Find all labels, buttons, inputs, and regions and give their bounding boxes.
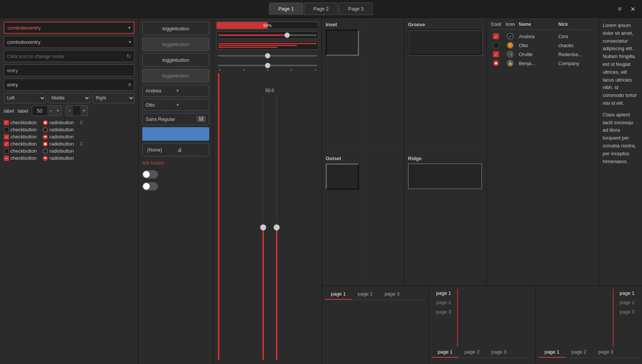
- togglebutton-3[interactable]: togglebutton: [142, 53, 209, 67]
- radio4-btn[interactable]: [43, 141, 48, 147]
- tab3-bottom-page3[interactable]: page 3: [592, 347, 619, 358]
- radio5-btn[interactable]: [43, 149, 48, 154]
- tree-row-3[interactable]: ✓ ☽ Orville Redenba...: [490, 50, 595, 59]
- tab2-left-page1[interactable]: page 1: [432, 289, 456, 297]
- tree-check-1[interactable]: ✓: [493, 33, 499, 39]
- radio6-btn[interactable]: [43, 156, 48, 161]
- tree-cool-3[interactable]: ✓: [490, 51, 502, 57]
- check3[interactable]: − checkbutton: [4, 134, 37, 140]
- check6-box[interactable]: −: [4, 156, 9, 161]
- spinner-input[interactable]: [32, 108, 47, 114]
- tree-radio-4[interactable]: [493, 60, 499, 66]
- search-entry[interactable]: ↻: [4, 50, 134, 62]
- combo-red-arrow[interactable]: ▼: [125, 26, 134, 30]
- radio3-btn[interactable]: [43, 134, 48, 140]
- tab3-right-page3[interactable]: page 3: [615, 308, 639, 316]
- combo-plain-arrow[interactable]: ▼: [126, 40, 134, 44]
- tab2-bottom-page1[interactable]: page 1: [432, 347, 459, 358]
- tree-cool-4[interactable]: [490, 60, 502, 66]
- check4[interactable]: ✓ checkbutton: [4, 141, 37, 147]
- tab3-right-page1[interactable]: page 1: [615, 289, 639, 297]
- menu-button[interactable]: ≡: [615, 4, 624, 14]
- radio5[interactable]: radiobutton: [43, 148, 74, 154]
- check1[interactable]: ✓ checkbutton: [4, 120, 37, 125]
- tab2-left-page2[interactable]: page 2: [432, 298, 456, 307]
- combo-entry-plain[interactable]: ▼: [4, 36, 134, 48]
- dropdown-andrea-arrow[interactable]: ▼: [176, 89, 206, 93]
- tree-row-2[interactable]: ! Otto chaotic: [490, 41, 595, 50]
- tab3-bottom-page1[interactable]: page 1: [539, 347, 566, 358]
- dropdown-andrea[interactable]: Andrea ▼: [142, 85, 209, 97]
- combo-red-input[interactable]: [4, 25, 125, 31]
- tab1-page1[interactable]: page 1: [325, 289, 352, 300]
- tree-cool-2[interactable]: [490, 42, 502, 48]
- spinner2-plus[interactable]: +: [80, 106, 88, 116]
- titlebar-tab-1[interactable]: Page 1: [269, 3, 303, 15]
- tab3-right-page2[interactable]: page 2: [615, 298, 639, 307]
- spinner1[interactable]: − +: [32, 105, 62, 116]
- tab2-bottom-page3[interactable]: page 3: [486, 347, 512, 358]
- dropdown-right[interactable]: LeftCenterRight: [92, 93, 134, 103]
- search-icon[interactable]: ↻: [124, 53, 134, 59]
- color-button[interactable]: [142, 127, 209, 141]
- check4-box[interactable]: ✓: [4, 141, 9, 147]
- lorem-text-1: Lorem ipsum dolor sit amet, consectetur …: [603, 22, 638, 107]
- vslider3[interactable]: [273, 95, 280, 360]
- radio1-btn[interactable]: [43, 120, 48, 125]
- dropdown-middle[interactable]: TopMiddleBottom: [48, 93, 90, 103]
- togglebutton-2[interactable]: togglebutton: [142, 37, 209, 51]
- link-button[interactable]: link button: [142, 159, 209, 167]
- radio6[interactable]: radiobutton: [43, 155, 74, 161]
- hscale4[interactable]: [216, 62, 319, 71]
- check1-box[interactable]: ✓: [4, 120, 9, 125]
- none-button[interactable]: (None) 🖨: [142, 143, 209, 156]
- tree-cool-1[interactable]: ✓: [490, 33, 502, 39]
- togglebutton-4[interactable]: togglebutton: [142, 69, 209, 82]
- search-input[interactable]: [4, 53, 124, 59]
- vslider2[interactable]: [259, 95, 267, 360]
- tab3-bottom-page2[interactable]: page 2: [565, 347, 592, 358]
- togglebutton-1[interactable]: togglebutton: [142, 22, 209, 35]
- dropdown-otto-arrow[interactable]: ▼: [176, 103, 206, 107]
- combo-plain-input[interactable]: [4, 39, 126, 45]
- check2[interactable]: checkbutton: [4, 127, 37, 132]
- tab1-page2[interactable]: page 2: [352, 289, 379, 300]
- tree-check-3[interactable]: ✓: [493, 51, 499, 57]
- tab1-page3[interactable]: page 3: [379, 289, 406, 300]
- titlebar-tab-3[interactable]: Page 3: [339, 3, 373, 15]
- switch2[interactable]: [142, 182, 158, 190]
- tree-name-3: Orville: [519, 52, 556, 57]
- check2-box[interactable]: [4, 127, 9, 132]
- tab2-left-page3[interactable]: page 3: [432, 308, 456, 316]
- check3-box[interactable]: −: [4, 134, 9, 140]
- combo-entry-red[interactable]: ▼: [4, 22, 134, 34]
- radio3[interactable]: radiobutton: [43, 134, 74, 140]
- check5-box[interactable]: [4, 149, 9, 154]
- hscale3[interactable]: [216, 52, 319, 59]
- entry2-container[interactable]: ✕: [4, 79, 134, 91]
- radio1[interactable]: radiobutton: [43, 120, 74, 125]
- radio4[interactable]: radiobutton: [43, 141, 74, 147]
- dropdown-otto[interactable]: Otto ▼: [142, 99, 209, 111]
- hscale1[interactable]: [216, 31, 319, 39]
- spinner-plus[interactable]: +: [54, 106, 61, 116]
- radio2[interactable]: radiobutton: [43, 127, 74, 132]
- tree-check-2[interactable]: [493, 42, 499, 48]
- spinner2-minus[interactable]: −: [66, 106, 73, 116]
- entry2-input[interactable]: [4, 82, 125, 88]
- font-selector[interactable]: Sans Regular 12: [142, 113, 209, 125]
- check5[interactable]: checkbutton: [4, 148, 37, 154]
- tree-row-1[interactable]: ✓ ✓ Andrea Cimi: [490, 32, 595, 41]
- spinner-minus[interactable]: −: [47, 106, 54, 116]
- vslider1[interactable]: [218, 73, 219, 360]
- dropdown-left[interactable]: LeftCenterRight: [4, 93, 46, 103]
- check6[interactable]: − checkbutton: [4, 155, 37, 161]
- radio2-btn[interactable]: [43, 127, 48, 132]
- spinner2[interactable]: − +: [66, 105, 88, 116]
- clear-icon[interactable]: ✕: [125, 82, 134, 88]
- tree-row-4[interactable]: 🔒 Benja... Company: [490, 59, 595, 68]
- tab2-bottom-page2[interactable]: page 2: [459, 347, 486, 358]
- close-button[interactable]: ✕: [627, 4, 638, 14]
- titlebar-tab-2[interactable]: Page 2: [304, 3, 338, 15]
- switch1[interactable]: [142, 170, 158, 178]
